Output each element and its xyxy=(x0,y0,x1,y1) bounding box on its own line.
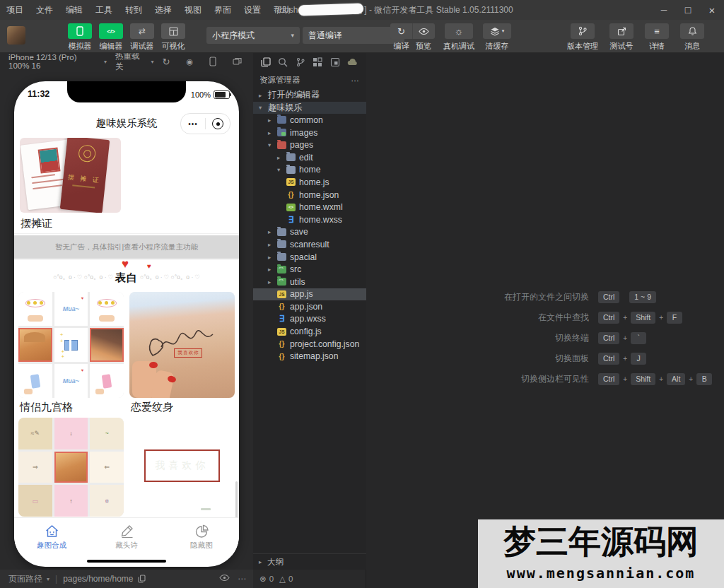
tab-acrostic-poem[interactable]: 藏头诗 xyxy=(89,518,164,555)
tree-item-app.js[interactable]: JSapp.js xyxy=(253,288,366,301)
files-icon[interactable] xyxy=(261,57,271,67)
pink-ninegrid-image[interactable]: ≈✎ ↓ ~ ⇒ ⇐ ▭ ↑ ¤ xyxy=(18,418,124,517)
copy-icon[interactable] xyxy=(138,575,146,583)
tree-item-sitemap.json[interactable]: {}sitemap.json xyxy=(253,350,366,363)
tree-item-打开的编辑器[interactable]: ▸打开的编辑器 xyxy=(253,89,366,102)
menu-设置[interactable]: 设置 xyxy=(238,0,267,20)
editor-toggle[interactable]: </> 编辑器 xyxy=(98,23,124,52)
close-icon[interactable]: × xyxy=(700,0,724,20)
shortcut-hints: 在打开的文件之间切换Ctrl1 ~ 9在文件中查找Ctrl+Shift+F切换终… xyxy=(437,287,712,389)
js-icon: JS xyxy=(286,178,296,186)
device-select[interactable]: iPhone 12/13 (Pro) 100% 16 xyxy=(8,53,99,70)
compile-button[interactable]: ↻ 编译 xyxy=(390,23,412,52)
menu-选择[interactable]: 选择 xyxy=(148,0,178,20)
watermark-title: 梦三年源码网 xyxy=(478,519,724,563)
hot-reload-select[interactable]: 热重载 关 xyxy=(115,51,146,72)
more-icon[interactable]: ⋯ xyxy=(238,570,247,588)
more-icon[interactable]: ⋯ xyxy=(351,76,361,86)
chevron-right-icon: ▸ xyxy=(268,254,277,261)
menu-界面[interactable]: 界面 xyxy=(208,0,238,20)
chevron-down-icon: ▾ xyxy=(47,576,49,582)
watermark-overlay: 梦三年源码网 www.mengsannian.com xyxy=(478,519,724,588)
tree-item-config.js[interactable]: JSconfig.js xyxy=(253,325,366,338)
compile-mode-select[interactable]: 普通编译 ▾ xyxy=(303,27,404,44)
tree-item-app.wxss[interactable]: ∃app.wxss xyxy=(253,313,366,326)
menu-工具[interactable]: 工具 xyxy=(89,0,119,20)
tree-item-home.wxss[interactable]: ∃home.wxss xyxy=(253,213,366,226)
test-account-button[interactable]: 测试号 xyxy=(609,23,634,52)
exit-icon[interactable] xyxy=(206,118,230,129)
explorer-icon-strip xyxy=(253,52,366,71)
shortcut-row: 在文件中查找Ctrl+Shift+F xyxy=(437,307,712,328)
tree-item-spacial[interactable]: ▸spacial xyxy=(253,251,366,264)
chalkboard-image[interactable]: 我喜欢你 xyxy=(129,418,235,517)
cloud-icon[interactable] xyxy=(347,58,358,66)
maximize-icon[interactable]: □ xyxy=(676,0,700,20)
tree-item-pages[interactable]: ▾pages xyxy=(253,139,366,151)
more-icon[interactable]: ••• xyxy=(181,120,205,128)
menu-转到[interactable]: 转到 xyxy=(119,0,148,20)
explorer-header: 资源管理器 ⋯ xyxy=(253,71,366,89)
restart-icon[interactable]: ↻ xyxy=(162,57,170,67)
menu-视图[interactable]: 视图 xyxy=(178,0,208,20)
tree-item-save[interactable]: ▸save xyxy=(253,226,366,239)
menu-编辑[interactable]: 编辑 xyxy=(59,0,89,20)
tree-item-utils[interactable]: ▸utils xyxy=(253,276,366,288)
eye-icon[interactable] xyxy=(219,574,230,582)
ad-banner[interactable]: 暂无广告，具体指引|查看小程序流量主功能 xyxy=(14,235,239,259)
shortcut-row: 切换终端Ctrl+` xyxy=(437,328,712,348)
path-mode-select[interactable]: 页面路径 xyxy=(8,573,42,585)
tree-item-趣味娱乐[interactable]: ▾趣味娱乐 xyxy=(253,102,366,114)
details-button[interactable]: ≡ 详情 xyxy=(645,23,669,52)
wxml-icon: <> xyxy=(286,204,296,211)
simulator-panel: iPhone 12/13 (Pro) 100% 16 ▾ 热重载 关 ▾ ↻ ◉… xyxy=(0,52,254,570)
debugger-toggle[interactable]: ⇄ 调试器 xyxy=(129,23,156,52)
tree-item-home.json[interactable]: {}home.json xyxy=(253,189,366,201)
problems-counter[interactable]: ⊗ 0 △ 0 xyxy=(253,570,366,588)
record-icon[interactable]: ◉ xyxy=(186,57,193,66)
vendor-cert-image[interactable]: 摆 摊 证 xyxy=(20,138,121,213)
simulator-toggle[interactable]: 模拟器 xyxy=(66,23,93,52)
tree-item-home[interactable]: ▾home xyxy=(253,164,366,177)
phone-frame-icon[interactable] xyxy=(209,57,216,66)
detach-window-icon[interactable] xyxy=(233,57,242,66)
tree-item-project.config.json[interactable]: {}project.config.json xyxy=(253,338,366,351)
preview-button[interactable]: 预览 xyxy=(412,23,435,52)
mode-select[interactable]: 小程序模式 ▾ xyxy=(206,27,300,44)
keycap: Ctrl xyxy=(598,332,619,344)
panel-icon[interactable] xyxy=(330,57,340,67)
item-label: 情侣九宫格 xyxy=(18,398,124,416)
search-icon[interactable] xyxy=(278,57,288,67)
tab-hidden-image[interactable]: 隐藏图 xyxy=(164,518,239,555)
tree-item-images[interactable]: ▸images xyxy=(253,127,366,139)
shortcut-label: 切换终端 xyxy=(437,332,589,344)
refresh-icon: ↻ xyxy=(390,23,412,39)
tree-item-scanresult[interactable]: ▸scanresult xyxy=(253,238,366,251)
tree-item-edit[interactable]: ▸edit xyxy=(253,151,366,164)
outline-section[interactable]: ▸ 大纲 xyxy=(253,553,366,570)
folder-open-icon xyxy=(286,166,296,174)
version-control-button[interactable]: 版本管理 xyxy=(567,23,598,52)
menu-文件[interactable]: 文件 xyxy=(30,0,59,20)
device-debug-button[interactable]: ☼ 真机调试 xyxy=(443,23,474,52)
minimize-icon[interactable]: ─ xyxy=(652,0,676,20)
shortcut-label: 切换面板 xyxy=(437,353,589,365)
git-branch-icon[interactable] xyxy=(296,57,305,67)
clear-cache-button[interactable]: ▾ 清缓存 xyxy=(483,23,511,52)
tree-item-home.wxml[interactable]: <>home.wxml xyxy=(253,201,366,213)
tree-item-home.js[interactable]: JShome.js xyxy=(253,176,366,189)
keycap: Shift xyxy=(631,312,655,324)
couple-ninegrid-image[interactable]: Mua~ Mua~ xyxy=(18,292,124,398)
love-tattoo-image[interactable]: 我喜欢你 xyxy=(129,292,235,398)
home-indicator[interactable] xyxy=(87,560,166,563)
tree-item-app.json[interactable]: {}app.json xyxy=(253,300,366,313)
messages-button[interactable]: 消息 xyxy=(680,23,704,52)
tab-image-compose[interactable]: 趣图合成 xyxy=(14,518,89,555)
plugins-icon[interactable] xyxy=(313,57,322,67)
visualizer-toggle[interactable]: 可视化 xyxy=(160,23,187,52)
tree-item-src[interactable]: ▸src xyxy=(253,263,366,276)
tree-item-common[interactable]: ▸common xyxy=(253,114,366,127)
avatar[interactable] xyxy=(7,26,25,45)
menu-项目[interactable]: 项目 xyxy=(0,0,30,20)
layers-icon: ▾ xyxy=(483,23,511,39)
